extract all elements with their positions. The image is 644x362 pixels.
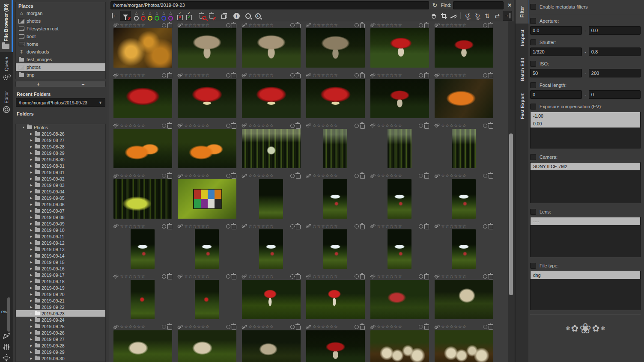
trash-icon[interactable] [424,225,429,229]
rating-stars[interactable]: ☆☆☆☆☆☆ [120,224,146,229]
photo-thumbnail[interactable] [452,229,476,269]
profile-gears-icon[interactable] [306,174,311,178]
caret-right-icon[interactable]: ▶ [30,241,33,245]
trash-icon[interactable] [296,326,301,330]
shutter-min-field[interactable] [530,47,582,56]
trash-icon[interactable] [360,24,365,28]
rating-stars[interactable]: ☆☆☆☆☆☆ [248,173,274,178]
profile-gears-icon[interactable] [306,274,311,279]
folder-row[interactable]: ▶2019-09-17 [16,272,105,278]
rating-stars[interactable]: ☆☆☆☆☆☆ [248,274,274,279]
folder-row[interactable]: ▶2019-09-28 [16,342,105,349]
photo-thumbnail[interactable] [113,179,172,219]
rating-stars[interactable]: ☆☆☆☆☆☆ [248,123,274,128]
caret-right-icon[interactable]: ▶ [30,306,33,309]
rating-stars[interactable]: ☆☆☆☆☆☆ [184,123,210,128]
caret-right-icon[interactable]: ▶ [30,261,33,264]
find-input[interactable] [453,1,504,9]
color-label-icon[interactable] [483,23,487,27]
color-label-icon[interactable] [162,174,166,178]
rotate-cw-button[interactable]: ↻90° [473,11,482,21]
photo-thumbnail[interactable] [242,79,301,118]
photo-thumbnail[interactable] [306,330,365,362]
profile-gears-icon[interactable] [434,325,440,329]
rating-stars[interactable]: ☆☆☆☆☆☆ [184,73,210,78]
list-option[interactable]: 0.00 [531,120,640,128]
trash-icon[interactable] [424,175,429,179]
trash-icon[interactable] [232,326,236,330]
folder-row[interactable]: ▶2019-08-27 [16,137,105,143]
folder-row[interactable]: ▶2019-09-10 [16,227,105,233]
profile-gears-icon[interactable] [113,123,119,128]
places-item[interactable]: tmp [16,71,105,79]
color-label-icon[interactable] [226,73,230,77]
caret-right-icon[interactable]: ▶ [30,267,33,270]
trash-icon[interactable] [489,275,493,279]
trash-icon[interactable] [360,326,365,330]
rating-stars[interactable]: ☆☆☆☆☆☆ [313,123,338,128]
rating-stars[interactable]: ☆☆☆☆☆☆ [441,324,467,329]
caret-right-icon[interactable]: ▶ [30,151,33,155]
refresh-button[interactable]: ↻ [431,0,439,10]
folder-row[interactable]: ▶2019-09-04 [16,188,105,195]
hand-tool-button[interactable] [429,11,438,21]
collapse-left-panel-button[interactable] [110,11,119,21]
folder-row[interactable]: ▶2019-08-30 [16,156,105,163]
folder-row[interactable]: ▶2019-09-26 [16,329,105,336]
focal-length-checkbox[interactable] [530,82,536,88]
places-item[interactable]: photos [16,63,105,71]
fit-window-button[interactable] [2,353,11,362]
photo-thumbnail[interactable] [323,129,347,168]
color-label-icon[interactable] [290,23,295,27]
profile-gears-icon[interactable] [370,23,376,27]
rating-stars[interactable]: ☆☆☆☆☆☆ [313,224,338,229]
caret-right-icon[interactable]: ▶ [30,228,33,232]
caret-right-icon[interactable]: ▶ [30,158,33,161]
caret-right-icon[interactable]: ▶ [30,344,33,347]
iso-min-field[interactable] [530,69,582,77]
trash-icon[interactable] [424,24,429,28]
color-label-icon[interactable] [355,73,359,77]
rating-stars[interactable]: ☆☆☆☆☆☆ [184,23,210,28]
caret-right-icon[interactable]: ▶ [30,312,33,315]
folder-row[interactable]: ▶2019-08-28 [16,143,105,150]
profile-gears-icon[interactable] [113,325,119,329]
color-label-icon[interactable] [419,124,423,128]
rating-stars[interactable]: ☆☆☆☆☆☆ [248,23,274,28]
profile-gears-icon[interactable] [242,274,247,279]
photo-thumbnail[interactable] [113,129,172,168]
tab-queue[interactable]: Queue [0,52,13,86]
list-option[interactable]: -1.00 [531,112,640,120]
remove-place-button[interactable]: − [61,81,106,87]
trash-icon[interactable] [424,326,429,330]
rating-stars[interactable]: ☆☆☆☆☆☆ [120,324,146,329]
photo-thumbnail[interactable] [242,129,301,168]
photo-thumbnail[interactable] [242,280,301,319]
empty-trash-button[interactable]: ✗ [207,11,216,21]
rating-stars[interactable]: ☆☆☆☆☆☆ [377,123,402,128]
rating-stars[interactable]: ☆☆☆☆☆☆ [248,224,274,229]
trash-icon[interactable] [167,74,172,78]
caret-right-icon[interactable]: ▶ [30,350,33,354]
trash-icon[interactable] [167,275,172,279]
rating-stars[interactable]: ☆☆☆☆☆☆ [377,73,402,78]
caret-right-icon[interactable]: ▶ [30,280,33,283]
photo-thumbnail[interactable] [306,28,365,68]
caret-right-icon[interactable]: ▶ [30,299,33,303]
folder-row[interactable]: ▶2019-09-13 [16,246,105,252]
folder-row[interactable]: ▶2019-09-09 [16,220,105,227]
aperture-max-field[interactable] [589,26,641,35]
color-label-icon[interactable] [162,124,166,128]
show-trash-button[interactable] [197,11,206,21]
profile-gears-icon[interactable] [434,224,440,228]
profile-gears-icon[interactable] [306,73,311,78]
info-button[interactable]: i [232,11,241,21]
rating-stars[interactable]: ☆☆☆☆☆☆ [313,324,338,329]
color-label-icon[interactable] [226,325,230,329]
trash-icon[interactable] [167,326,172,330]
photo-thumbnail[interactable] [370,280,429,319]
straighten-tool-button[interactable] [449,11,458,21]
color-label-icon[interactable] [226,124,230,128]
label-filter-column[interactable]: ☆ [147,11,153,21]
color-label-icon[interactable] [290,274,295,279]
